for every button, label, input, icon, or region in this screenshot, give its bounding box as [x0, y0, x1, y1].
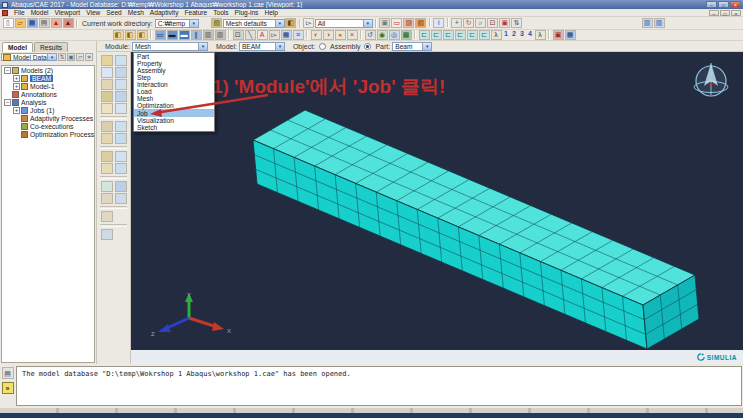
menu-tools[interactable]: Tools [210, 9, 231, 16]
module-option-sketch[interactable]: Sketch [134, 124, 214, 131]
toolbox-icon[interactable] [101, 67, 113, 78]
layer-3-button[interactable]: 3 [519, 30, 526, 40]
menu-view[interactable]: View [83, 9, 103, 16]
module-option-interaction[interactable]: Interaction [134, 81, 214, 88]
toolbox-icon[interactable] [101, 211, 113, 222]
tree-item-adaptivity-processes[interactable]: Adaptivity Processes [2, 114, 94, 122]
save-icon[interactable]: ▦ [27, 18, 38, 28]
view-cut-4-icon[interactable]: ⊏ [455, 30, 466, 40]
view-cut-1-icon[interactable]: ⊏ [419, 30, 430, 40]
tab-results[interactable]: Results [34, 42, 68, 52]
select-cursor-icon[interactable]: ▻ [303, 18, 314, 28]
view-cut-2-icon[interactable]: ⊏ [431, 30, 442, 40]
menu-mesh[interactable]: Mesh [125, 9, 147, 16]
zoom-box-icon[interactable]: ⊡ [487, 18, 498, 28]
toolbox-icon[interactable] [101, 133, 113, 144]
toolbox-icon[interactable] [115, 91, 127, 102]
toolbox-icon[interactable] [115, 103, 127, 114]
perspective-off-icon[interactable]: ▥ [203, 30, 214, 40]
tile-viewports-h-icon[interactable]: ▥ [642, 18, 653, 28]
tree-expander[interactable]: + [13, 107, 20, 114]
annotation-list-icon[interactable]: ≡ [293, 30, 304, 40]
fit-view-icon[interactable]: ▣ [499, 18, 510, 28]
color-code-half-icon[interactable]: ◐ [311, 30, 322, 40]
module-option-mesh[interactable]: Mesh [134, 95, 214, 102]
abaqus-command-icon[interactable]: ▲ [63, 18, 74, 28]
message-log-button[interactable]: ▤ [2, 367, 14, 379]
toolbox-icon[interactable] [101, 103, 113, 114]
view-front-icon[interactable]: ◧ [125, 30, 136, 40]
viewport-minimize-button[interactable]: – [709, 10, 719, 16]
open-icon[interactable]: ▱ [15, 18, 26, 28]
toolbox-icon[interactable] [101, 91, 113, 102]
create-line-icon[interactable]: ╲ [245, 30, 256, 40]
render-shaded-icon[interactable]: ▬ [179, 30, 190, 40]
view-cut-6-icon[interactable]: ⊏ [479, 30, 490, 40]
tree-expander[interactable]: − [4, 67, 11, 74]
tree-collapse-icon[interactable]: ▣ [67, 53, 75, 61]
selection-filter-combo[interactable]: All▾ [315, 19, 373, 28]
tree-filter-icon[interactable]: ∗ [85, 53, 93, 61]
attach-icon[interactable]: ◎ [389, 30, 400, 40]
query-info-icon[interactable]: i [433, 18, 444, 28]
tree-item-model-1[interactable]: +Model-1 [2, 82, 94, 90]
tree-expander[interactable]: − [4, 99, 11, 106]
toolbox-icon[interactable] [115, 79, 127, 90]
module-option-load[interactable]: Load [134, 88, 214, 95]
toolbox-icon[interactable] [115, 121, 127, 132]
view-top-icon[interactable]: ◧ [137, 30, 148, 40]
menu-help[interactable]: Help [261, 9, 281, 16]
pointer-icon[interactable]: ▻ [269, 30, 280, 40]
tree-edit-icon[interactable]: ▱ [76, 53, 84, 61]
abaqus-pde-icon[interactable]: ▲ [51, 18, 62, 28]
module-combo[interactable]: Mesh▾ [132, 42, 208, 51]
tree-item-beam[interactable]: +BEAM [2, 74, 94, 82]
toolbox-icon[interactable] [101, 151, 113, 162]
menu-plugins[interactable]: Plug-ins [232, 9, 262, 16]
message-log[interactable]: The model database "D:\temp\Wokrshop 1 A… [16, 366, 742, 406]
render-hidden-icon[interactable]: ▬ [167, 30, 178, 40]
tree-item-annotations[interactable]: Annotations [2, 90, 94, 98]
model-grid-icon[interactable]: ▦ [565, 30, 576, 40]
tile-viewports-v-icon[interactable]: ▥ [654, 18, 665, 28]
module-option-step[interactable]: Step [134, 74, 214, 81]
tree-expander[interactable]: + [13, 75, 20, 82]
annotation-table-icon[interactable]: ▦ [281, 30, 292, 40]
zoom-region-icon[interactable]: ⊡ [233, 30, 244, 40]
viewport-restore-button[interactable]: □ [720, 10, 730, 16]
update-display-icon[interactable]: ↺ [365, 30, 376, 40]
module-option-visualization[interactable]: Visualization [134, 117, 214, 124]
toolbox-icon[interactable] [115, 151, 127, 162]
viewport-canvas[interactable]: (51) 'Module'에서 'Job' 클릭! Y X Z [131, 52, 743, 350]
toolbox-icon[interactable] [115, 193, 127, 204]
model-combo[interactable]: BEAM▾ [239, 42, 285, 51]
workdir-combo[interactable]: C:₩temp▾ [155, 19, 199, 28]
tree-item-analysis[interactable]: −Analysis [2, 98, 94, 106]
new-model-icon[interactable]: ▯ [3, 18, 14, 28]
part-radio[interactable] [364, 43, 371, 50]
render-wireframe-icon[interactable]: ▭ [155, 30, 166, 40]
perspective-on-icon[interactable]: ▥ [215, 30, 226, 40]
toolbox-icon[interactable] [101, 79, 113, 90]
menu-viewport[interactable]: Viewport [52, 9, 84, 16]
menu-feature[interactable]: Feature [181, 9, 210, 16]
toolbox-icon[interactable] [115, 163, 127, 174]
toolbox-icon[interactable] [101, 181, 113, 192]
layer-2-button[interactable]: 2 [511, 30, 518, 40]
viewport-close-button[interactable]: × [731, 10, 741, 16]
rotate-view-icon[interactable]: ↻ [463, 18, 474, 28]
menu-seed[interactable]: Seed [103, 9, 124, 16]
color-code-full-icon[interactable]: ◑ [323, 30, 334, 40]
toolbox-icon[interactable] [115, 55, 127, 66]
model-database-combo[interactable]: Model Database▾ [1, 53, 57, 61]
module-option-job[interactable]: Job [134, 109, 214, 117]
layer-1-button[interactable]: 1 [503, 30, 510, 40]
toolbox-icon[interactable] [101, 193, 113, 204]
layer-4-button[interactable]: 4 [527, 30, 534, 40]
toolbox-icon[interactable] [101, 55, 113, 66]
menu-adaptivity[interactable]: Adaptivity [147, 9, 182, 16]
close-button[interactable]: × [730, 1, 741, 8]
render-exact-icon[interactable]: ∥ [191, 30, 202, 40]
view-cut-3-icon[interactable]: ⊏ [443, 30, 454, 40]
tree-item-optimization-processes[interactable]: Optimization Processes [2, 130, 94, 138]
